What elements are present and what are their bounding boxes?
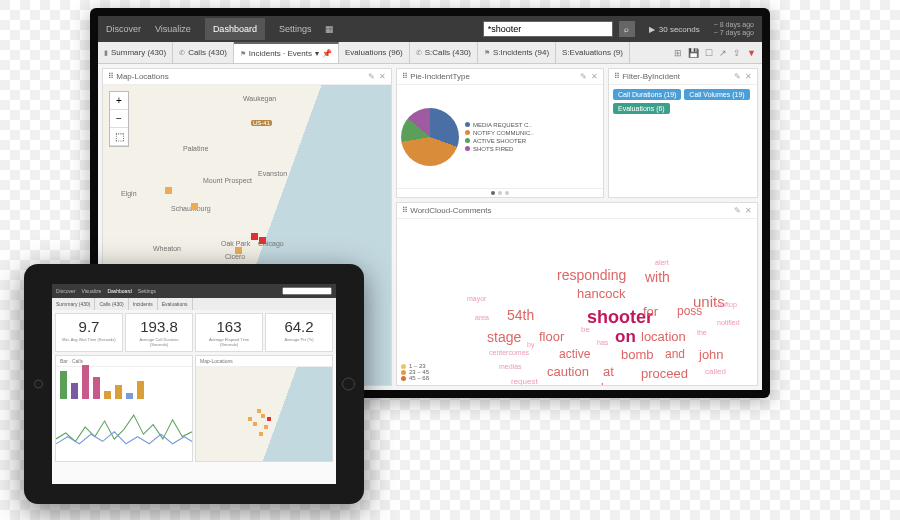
wordcloud-term[interactable]: location — [641, 329, 686, 344]
wordcloud-term[interactable]: 54th — [507, 307, 534, 323]
share-icon[interactable]: ⇪ — [733, 48, 741, 58]
tablet-tab[interactable]: Summary (430) — [52, 298, 95, 310]
wordcloud-term[interactable]: centercomes — [489, 349, 529, 356]
tablet-tab[interactable]: Incidents — [129, 298, 158, 310]
wordcloud-term[interactable]: notified — [717, 319, 740, 326]
pie-chart[interactable] — [401, 108, 459, 166]
wordcloud-term[interactable]: mayor — [467, 295, 486, 302]
nav-settings[interactable]: Settings — [138, 288, 156, 294]
bar-chart[interactable] — [56, 367, 192, 403]
bar[interactable] — [82, 365, 89, 399]
tablet-tab[interactable]: Calls (430) — [95, 298, 128, 310]
legend-item[interactable]: ACTIVE SHOOTER — [465, 138, 534, 144]
edit-icon[interactable]: ✎ — [580, 72, 587, 81]
open-icon[interactable]: ↗ — [719, 48, 727, 58]
zoom-out-button[interactable]: − — [110, 110, 128, 128]
wordcloud-term[interactable]: floor — [539, 329, 564, 344]
sparkline[interactable] — [56, 403, 192, 451]
bar[interactable] — [126, 393, 133, 399]
tab-calls[interactable]: ✆Calls (430) — [173, 42, 234, 63]
close-icon[interactable]: ✕ — [745, 206, 752, 215]
wordcloud-term[interactable]: on — [615, 327, 636, 347]
wordcloud-term[interactable]: alert — [655, 259, 669, 266]
search-input[interactable] — [483, 21, 613, 37]
grid-icon[interactable]: ▦ — [325, 24, 334, 34]
add-icon[interactable]: ⊞ — [674, 48, 682, 58]
bar[interactable] — [115, 385, 122, 399]
wordcloud-term[interactable]: at — [603, 364, 614, 379]
wordcloud-term[interactable]: request — [511, 377, 538, 386]
wordcloud-term[interactable]: responding — [557, 267, 626, 283]
legend-item[interactable]: SHOTS FIRED — [465, 146, 534, 152]
filter-icon[interactable]: ▼ — [747, 48, 756, 58]
bar[interactable] — [93, 377, 100, 399]
tab-sevaluations[interactable]: S:Evaluations (9) — [556, 42, 630, 63]
nav-discover[interactable]: Discover — [106, 24, 141, 34]
wordcloud-term[interactable]: supervisor — [653, 383, 690, 386]
wordcloud-term[interactable]: hancock — [577, 286, 625, 301]
close-icon[interactable]: ✕ — [379, 72, 386, 81]
drag-icon[interactable]: ⠿ — [614, 72, 620, 81]
nav-dashboard[interactable]: Dashboard — [205, 18, 265, 40]
drag-icon[interactable]: ⠿ — [402, 206, 408, 215]
bar[interactable] — [60, 371, 67, 399]
zoom-fit-button[interactable]: ⬚ — [110, 128, 128, 146]
wordcloud-term[interactable]: the — [697, 329, 707, 336]
wordcloud-term[interactable]: and — [665, 347, 685, 361]
tab-evaluations[interactable]: Evaluations (96) — [339, 42, 410, 63]
search-button[interactable]: ⌕ — [619, 21, 635, 37]
time-range[interactable]: ~ 8 days ago ~ 7 days ago — [714, 21, 754, 38]
edit-icon[interactable]: ✎ — [368, 72, 375, 81]
map-pin[interactable] — [165, 187, 172, 194]
edit-icon[interactable]: ✎ — [734, 72, 741, 81]
tablet-search[interactable] — [282, 287, 332, 295]
wordcloud-term[interactable]: by — [527, 341, 534, 348]
pie-pager[interactable] — [397, 188, 603, 197]
refresh-control[interactable]: ▶ 30 seconds — [649, 25, 700, 34]
legend-item[interactable]: NOTIFY COMMUNIC.. — [465, 130, 534, 136]
map-pin[interactable] — [235, 247, 242, 254]
close-icon[interactable]: ✕ — [745, 72, 752, 81]
bar[interactable] — [137, 381, 144, 399]
wordcloud-term[interactable]: john — [699, 347, 724, 362]
tablet-map[interactable] — [196, 367, 332, 462]
wordcloud-term[interactable]: poss — [677, 304, 702, 318]
wordcloud-term[interactable]: bomb — [621, 347, 654, 362]
edit-icon[interactable]: ✎ — [734, 206, 741, 215]
wordcloud-term[interactable]: called — [705, 367, 726, 376]
close-icon[interactable]: ✕ — [591, 72, 598, 81]
filter-chip[interactable]: Call Durations (19) — [613, 89, 681, 100]
wordcloud-term[interactable]: proceed — [641, 366, 688, 381]
tab-incidents[interactable]: ⚑Incidents · Events▾📌 — [234, 42, 339, 63]
wordcloud-term[interactable]: has — [597, 339, 608, 346]
wordcloud-term[interactable]: be — [581, 325, 590, 334]
map-pin[interactable] — [259, 237, 266, 244]
wordcloud-term[interactable]: with — [645, 269, 670, 285]
tablet-tab[interactable]: Evaluations — [158, 298, 193, 310]
drag-icon[interactable]: ⠿ — [108, 72, 114, 81]
wordcloud-term[interactable]: caution — [547, 364, 589, 379]
nav-settings[interactable]: Settings — [279, 24, 312, 34]
wordcloud-body[interactable]: 1 – 2323 – 4545 – 68 shooteronresponding… — [397, 219, 757, 385]
map-pin[interactable] — [191, 203, 198, 210]
wordcloud-term[interactable]: medias — [499, 363, 522, 370]
drag-icon[interactable]: ⠿ — [402, 72, 408, 81]
wordcloud-term[interactable]: area — [475, 314, 489, 321]
new-icon[interactable]: ☐ — [705, 48, 713, 58]
save-icon[interactable]: 💾 — [688, 48, 699, 58]
wordcloud-term[interactable]: for — [643, 304, 658, 319]
nav-dashboard[interactable]: Dashboard — [107, 288, 131, 294]
nav-visualize[interactable]: Visualize — [81, 288, 101, 294]
tab-scalls[interactable]: ✆S:Calls (430) — [410, 42, 478, 63]
wordcloud-term[interactable]: stage — [487, 329, 521, 345]
bar[interactable] — [104, 391, 111, 399]
wordcloud-term[interactable]: squad — [571, 381, 604, 386]
wordcloud-term[interactable]: rooftop — [715, 301, 737, 308]
nav-visualize[interactable]: Visualize — [155, 24, 191, 34]
filter-chip[interactable]: Call Volumes (19) — [684, 89, 749, 100]
bar[interactable] — [71, 383, 78, 399]
nav-discover[interactable]: Discover — [56, 288, 75, 294]
wordcloud-term[interactable]: active — [559, 347, 590, 361]
tab-sincidents[interactable]: ⚑S:Incidents (94) — [478, 42, 556, 63]
tab-summary[interactable]: ▮Summary (430) — [98, 42, 173, 63]
